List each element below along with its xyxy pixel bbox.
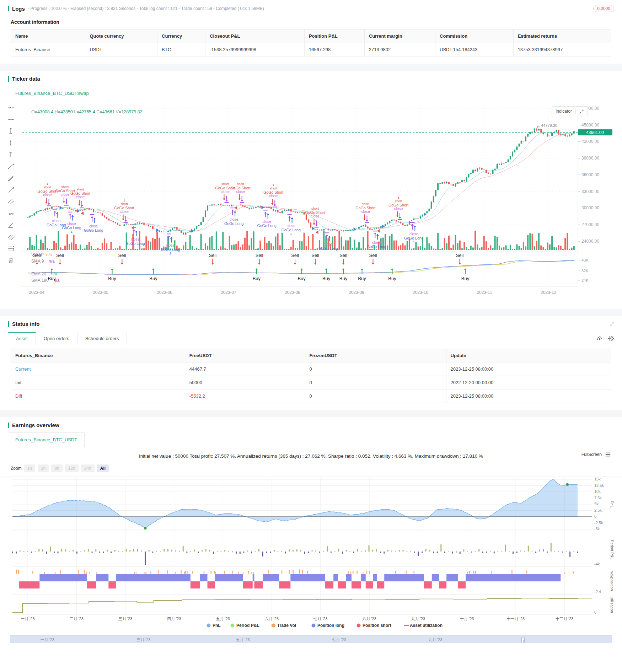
svg-text:2.5k: 2.5k: [594, 508, 602, 512]
col-position-pnl: Position P&L: [304, 29, 364, 43]
svg-text:close: close: [89, 224, 98, 228]
chart-navigator[interactable]: 一月 '23 三月 '23 五月 '23 七月 '23 九月 '23: [10, 635, 612, 643]
svg-text:close: close: [286, 224, 295, 228]
svg-text:0: 0: [594, 514, 596, 518]
svg-text:27000.00: 27000.00: [581, 222, 599, 227]
svg-text:Buy: Buy: [461, 276, 470, 281]
svg-text:2023-07: 2023-07: [221, 290, 236, 295]
svg-text:7.5k: 7.5k: [594, 496, 602, 500]
cursor-dot-icon[interactable]: [7, 104, 15, 112]
candlestick-chart[interactable]: 123 Indicator 48000.0045000.0042000.0039…: [0, 103, 622, 302]
zoom-1h[interactable]: 1h: [24, 464, 35, 472]
gear-icon[interactable]: [608, 335, 614, 342]
expand-icon[interactable]: [610, 322, 614, 326]
tab-ticker-symbol[interactable]: Futures_Binance_BTC_USDT:swap: [8, 86, 96, 101]
multi-lines-icon[interactable]: [7, 233, 15, 241]
trend-line-icon[interactable]: [7, 163, 15, 171]
account-info-heading: Account information: [11, 19, 611, 25]
svg-text:十二月 '23: 十二月 '23: [556, 617, 573, 621]
angle-line-icon[interactable]: [7, 221, 15, 229]
account-header-row: Name Quote currency Currency Closeout P&…: [11, 29, 611, 43]
ray-line-icon[interactable]: [7, 186, 15, 194]
svg-text:Buy: Buy: [108, 276, 116, 281]
accent-bar: [8, 76, 9, 82]
svg-text:close: close: [76, 195, 85, 199]
svg-text:40K: 40K: [581, 258, 589, 262]
logs-title: Logs: [12, 6, 25, 12]
asset-row-init: Init 50000 0 2022-12-20 00:00:00: [11, 376, 611, 389]
svg-text:close: close: [230, 217, 238, 221]
col-quote-currency: Quote currency: [85, 29, 157, 43]
accent-bar: [8, 6, 9, 11]
svg-text:2023-08: 2023-08: [285, 290, 300, 295]
svg-text:Sell: Sell: [339, 253, 347, 258]
svg-text:close: close: [372, 240, 381, 244]
cloud-download-icon[interactable]: [596, 335, 602, 342]
indicator-button-label: Indicator: [556, 109, 572, 114]
zoom-8h[interactable]: 8h: [51, 464, 62, 472]
svg-text:2023-04: 2023-04: [29, 290, 44, 295]
svg-text:Trade Vol: Trade Vol: [277, 623, 296, 628]
numbers-123-icon[interactable]: 123: [7, 210, 15, 217]
tab-earnings-symbol[interactable]: Futures_Binance_BTC_USDT: [8, 432, 85, 447]
svg-text:一月 '23: 一月 '23: [21, 617, 34, 621]
ticker-chart-svg[interactable]: 48000.0045000.0042000.0039000.0036000.00…: [17, 103, 616, 297]
col-current-margin: Current margin: [364, 29, 435, 43]
svg-text:2023-06: 2023-06: [157, 290, 172, 295]
tab-asset[interactable]: Asset: [8, 332, 36, 345]
menu-icon: [605, 452, 611, 457]
fullscreen-label: FullScreen: [581, 452, 602, 457]
svg-text:close: close: [67, 221, 76, 226]
svg-text:GoGo Long: GoGo Long: [318, 246, 338, 251]
rows-measure-icon[interactable]: [7, 245, 15, 253]
parallel-channel-icon[interactable]: [7, 198, 15, 206]
svg-text:33000.00: 33000.00: [581, 189, 599, 194]
svg-text:close: close: [43, 193, 52, 197]
horizontal-line-icon[interactable]: [7, 116, 15, 124]
current-link[interactable]: Current: [11, 362, 185, 376]
svg-text:SMA 180: SMA 180: [31, 278, 49, 283]
svg-text:Sell: Sell: [209, 253, 216, 258]
svg-text:close: close: [324, 242, 333, 246]
anchor-points-icon[interactable]: [7, 139, 15, 147]
svg-text:close: close: [166, 243, 175, 247]
svg-text:1: 1: [290, 232, 292, 236]
svg-text:Sell: Sell: [291, 253, 299, 258]
zoom-24h[interactable]: 24h: [81, 464, 95, 472]
indicator-button[interactable]: Indicator: [552, 106, 588, 116]
svg-text:10k: 10k: [594, 489, 601, 494]
tab-schedule-orders[interactable]: Schedule orders: [77, 332, 127, 345]
navigator-handle[interactable]: [521, 637, 525, 643]
fullscreen-button[interactable]: FullScreen: [581, 452, 611, 457]
pencil-icon[interactable]: [7, 174, 15, 182]
zoom-all[interactable]: All: [97, 464, 109, 472]
svg-text:short: short: [237, 182, 244, 186]
error-count-badge[interactable]: 0.0000: [593, 5, 614, 12]
status-title: Status info: [12, 321, 40, 327]
account-info-table: Name Quote currency Currency Closeout P&…: [11, 29, 611, 57]
account-data-row: Futures_Binance USDT BTC -1538.257999999…: [11, 43, 611, 57]
svg-text:close: close: [120, 209, 129, 214]
svg-text:O=43008.4 H=43850 L=42755.4 C=: O=43008.4 H=43850 L=42755.4 C=43661 V=12…: [31, 109, 143, 114]
vertical-range-icon[interactable]: [7, 128, 15, 135]
earnings-chart-svg[interactable]: 一月 '23二月 '23三月 '23四月 '23五月 '23六月 '23七月 '…: [7, 477, 615, 630]
svg-text:2023-05: 2023-05: [93, 290, 108, 295]
text-tool-icon[interactable]: [7, 151, 15, 159]
drawing-toolbar[interactable]: 123: [6, 104, 16, 264]
svg-text:八月 '23: 八月 '23: [362, 617, 376, 621]
delete-icon[interactable]: [7, 257, 15, 264]
svg-text:1: 1: [170, 251, 171, 255]
svg-text:Sell: Sell: [118, 253, 126, 258]
tab-open-orders[interactable]: Open orders: [36, 332, 77, 345]
section-divider: [0, 309, 622, 316]
col-futures-binance: Futures_Binance: [11, 349, 185, 362]
zoom-12h[interactable]: 12h: [65, 464, 79, 472]
col-closeout-pnl: Closeout P&L: [205, 29, 305, 43]
asset-row-current: Current 44467.7 0 2023-12-25 08:00:00: [11, 362, 611, 376]
svg-text:GoGo Long: GoGo Long: [224, 221, 243, 226]
svg-text:close: close: [409, 232, 418, 236]
svg-text:short: short: [44, 185, 51, 189]
zoom-3h[interactable]: 3h: [38, 464, 49, 472]
svg-text:n/a: n/a: [46, 252, 52, 257]
col-update: Update: [446, 349, 611, 362]
